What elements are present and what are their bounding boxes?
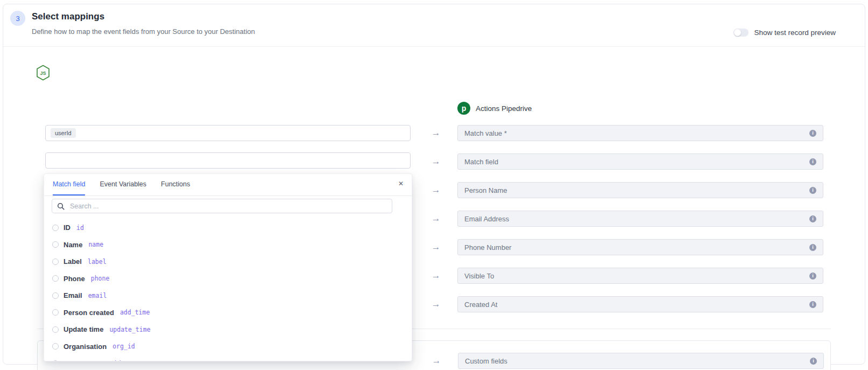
destination-field[interactable]: Match field i (457, 153, 823, 170)
step-number-badge: 3 (10, 11, 25, 26)
field-option-code: name (88, 241, 103, 248)
toggle-switch-icon[interactable] (733, 29, 749, 37)
info-icon[interactable]: i (809, 215, 816, 222)
mapping-row-match-value: → Match value * i (457, 125, 823, 141)
radio-icon[interactable] (52, 292, 59, 299)
mapping-row-match-field: → Match field i (457, 153, 823, 170)
destination-field[interactable]: Email Address i (457, 211, 823, 227)
custom-fields-row: → Custom fields i (458, 353, 824, 369)
field-option-code: org_id (112, 343, 135, 350)
toggle-label: Show test record preview (754, 29, 836, 37)
close-icon[interactable]: ✕ (398, 180, 404, 187)
field-option-label: Name (63, 241, 82, 249)
radio-icon[interactable] (52, 326, 59, 333)
arrow-right-icon: → (429, 182, 442, 198)
mapping-row-visible-to: → Visible To i (457, 268, 823, 284)
info-icon[interactable]: i (809, 273, 816, 280)
custom-fields-field[interactable]: Custom fields i (458, 353, 824, 369)
destination-field-label: Match field (464, 158, 809, 166)
radio-icon[interactable] (52, 343, 59, 350)
field-option-phone[interactable]: Phone phone (44, 270, 412, 288)
destination-field-label: Phone Number (464, 243, 809, 252)
mapping-row-person-name: → Person Name i (457, 182, 823, 198)
field-option-label: Label (63, 257, 82, 266)
field-option-person-created[interactable]: Person created add_time (44, 304, 412, 322)
tab-event-variables[interactable]: Event Variables (100, 174, 146, 196)
destination-field-label: Created At (464, 301, 809, 309)
field-option-email[interactable]: Email email (44, 287, 412, 304)
info-icon[interactable]: i (809, 187, 816, 194)
toggle-knob (734, 29, 741, 36)
field-option-label: Phone (63, 275, 85, 283)
field-option-label: Organisation (63, 343, 107, 351)
field-option-organisation[interactable]: Organisation org_id (44, 338, 412, 355)
info-icon[interactable]: i (809, 244, 816, 251)
mapping-row-created-at: → Created At i (457, 296, 823, 312)
field-option-name[interactable]: Name name (44, 236, 412, 254)
radio-icon[interactable] (52, 241, 59, 248)
info-icon[interactable]: i (809, 301, 816, 308)
search-input[interactable] (69, 202, 387, 211)
tab-functions[interactable]: Functions (161, 174, 190, 196)
field-option-label: Update time (63, 325, 103, 333)
info-icon[interactable]: i (810, 358, 817, 365)
field-option-label[interactable]: Label label (44, 253, 412, 270)
panel-header: 3 Select mappings Define how to map the … (3, 4, 865, 47)
destination-field-label: Match value * (464, 129, 809, 137)
radio-icon[interactable] (52, 360, 59, 361)
destination-field-label: Custom fields (465, 357, 810, 365)
page-title: Select mappings (32, 11, 104, 22)
field-option-code: add_time (120, 309, 150, 316)
pipedrive-icon: p (457, 102, 470, 115)
mapping-row-email-address: → Email Address i (457, 211, 823, 227)
mapping-row-phone-number: → Phone Number i (457, 239, 823, 255)
arrow-right-icon: → (430, 353, 443, 369)
svg-text:JS: JS (40, 71, 46, 76)
field-option-update-time[interactable]: Update time update_time (44, 321, 412, 338)
search-icon (57, 203, 65, 210)
page-subtitle: Define how to map the event fields from … (32, 27, 255, 36)
field-option-code: phone (91, 275, 110, 282)
field-option-label: Email (63, 291, 82, 299)
field-option-owner[interactable]: Owner owner_id (44, 355, 412, 361)
field-option-label: ID (63, 224, 70, 232)
mapping-content: JS p Actions Pipedrive userId → Match va… (3, 46, 865, 364)
destination-field-label: Visible To (464, 272, 809, 280)
arrow-right-icon: → (429, 211, 442, 227)
destination-field[interactable]: Visible To i (457, 268, 823, 284)
field-options-list: ID id Name name Label label Phone phone … (44, 219, 412, 361)
radio-icon[interactable] (52, 225, 59, 231)
destination-field[interactable]: Match value * i (457, 125, 823, 141)
nodejs-icon: JS (36, 65, 50, 83)
field-option-code: owner_id (91, 360, 121, 361)
field-option-label: Owner (63, 359, 85, 361)
arrow-right-icon: → (429, 268, 442, 284)
radio-icon[interactable] (52, 275, 59, 282)
destination-field[interactable]: Phone Number i (457, 239, 823, 255)
radio-icon[interactable] (52, 309, 59, 316)
show-test-record-preview-toggle[interactable]: Show test record preview (733, 29, 836, 37)
field-option-code: id (76, 224, 84, 232)
arrow-right-icon: → (429, 296, 442, 312)
destination-app-header: p Actions Pipedrive (457, 102, 532, 115)
mapped-variable-chip[interactable]: userId (51, 128, 76, 138)
destination-field-label: Person Name (464, 186, 809, 194)
field-option-code: update_time (109, 326, 150, 333)
source-field-input-1[interactable]: userId (45, 125, 411, 141)
destination-app-label: Actions Pipedrive (476, 104, 532, 113)
field-option-code: email (88, 292, 107, 299)
source-field-input-2[interactable] (45, 152, 411, 169)
arrow-right-icon: → (429, 153, 442, 170)
destination-field[interactable]: Person Name i (457, 182, 823, 198)
info-icon[interactable]: i (809, 130, 816, 137)
search-box[interactable] (52, 199, 392, 213)
tab-match-field[interactable]: Match field (53, 174, 85, 196)
info-icon[interactable]: i (809, 158, 816, 165)
field-option-code: label (88, 258, 107, 266)
arrow-right-icon: → (429, 125, 442, 141)
select-mappings-panel: 3 Select mappings Define how to map the … (3, 4, 865, 365)
field-option-id[interactable]: ID id (44, 219, 412, 236)
destination-field[interactable]: Created At i (457, 296, 823, 312)
destination-field-label: Email Address (464, 215, 809, 223)
radio-icon[interactable] (52, 259, 59, 265)
